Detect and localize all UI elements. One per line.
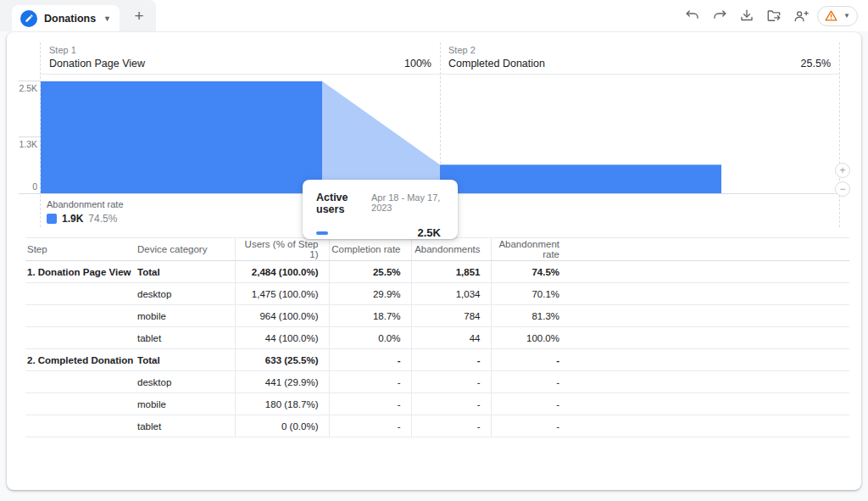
funnel-table: Step Device category Users (% of Step 1)…	[25, 237, 849, 437]
cell-abandonments: 44	[411, 327, 491, 349]
cell-filler	[570, 415, 849, 437]
share-users-button[interactable]	[790, 5, 812, 27]
export-button[interactable]	[763, 5, 785, 27]
col-header-abandonment-rate: Abandonment rate	[491, 238, 570, 261]
cell-abandonments: 1,851	[411, 261, 491, 283]
cell-filler	[570, 283, 849, 305]
table-row: 1. Donation Page View Total 2,484 (100.0…	[25, 261, 849, 283]
cell-filler	[570, 393, 849, 415]
col-header-users: Users (% of Step 1)	[235, 238, 329, 261]
cell-step: 1. Donation Page View	[25, 261, 136, 283]
new-tab-button[interactable]: +	[123, 0, 155, 31]
redo-icon	[712, 8, 727, 24]
cell-step	[25, 327, 136, 349]
y-tick-1250: 1.3K	[7, 139, 37, 149]
zoom-in-button[interactable]: +	[835, 163, 850, 178]
step-1-rate: 100%	[404, 58, 431, 70]
funnel-divider-right	[839, 42, 840, 227]
cell-abandonments: -	[411, 393, 491, 415]
legend-title: Abandonment rate	[47, 199, 124, 209]
cell-abandonment-rate: 70.1%	[491, 283, 570, 305]
col-header-step: Step	[25, 238, 136, 261]
cell-completion: 25.5%	[329, 261, 411, 283]
zoom-out-button[interactable]: −	[835, 181, 850, 197]
cell-device: mobile	[136, 393, 235, 415]
cell-completion: 18.7%	[329, 305, 411, 327]
chart-tooltip: Active users Apr 18 - May 17, 2023 2.5K	[303, 180, 458, 239]
cell-abandonment-rate: -	[491, 393, 570, 415]
funnel-chart[interactable]	[41, 81, 839, 193]
cell-device: tablet	[136, 415, 235, 437]
cell-completion: 29.9%	[329, 283, 411, 305]
cell-device: mobile	[136, 305, 235, 327]
table-row: mobile 964 (100.0%) 18.7% 784 81.3%	[25, 305, 849, 327]
legend-swatch	[47, 214, 57, 224]
table-header-row: Step Device category Users (% of Step 1)…	[25, 238, 849, 261]
cell-abandonment-rate: -	[491, 349, 570, 371]
error-status-button[interactable]: ▼	[817, 6, 858, 26]
step-1-header: Step 1 Donation Page View 100%	[41, 42, 440, 74]
cell-device: tablet	[136, 327, 235, 349]
col-header-completion: Completion rate	[329, 238, 411, 261]
table-row: desktop 441 (29.9%) - - -	[25, 371, 849, 393]
tooltip-metric: Active users	[316, 192, 364, 215]
col-header-filler	[570, 238, 849, 261]
cell-users: 2,484 (100.0%)	[235, 261, 329, 283]
exploration-canvas: Step 1 Donation Page View 100% Step 2 Co…	[7, 32, 861, 490]
undo-icon	[685, 8, 700, 24]
warning-icon	[824, 8, 838, 23]
cell-device: Total	[136, 349, 235, 371]
step-2-name: Completed Donation	[448, 58, 545, 70]
cell-completion: -	[329, 371, 411, 393]
col-header-abandonments: Abandonments	[411, 238, 491, 261]
step-2-rate: 25.5%	[801, 58, 831, 70]
step-1-name: Donation Page View	[49, 58, 145, 70]
cell-device: desktop	[136, 283, 235, 305]
download-icon	[739, 8, 754, 24]
legend-value: 1.9K	[62, 213, 83, 225]
toolbar-actions: ▼	[682, 0, 858, 31]
funnel-bar-step-2[interactable]	[440, 164, 721, 193]
cell-users: 0 (0.0%)	[235, 415, 329, 437]
cell-completion: -	[329, 349, 411, 371]
cell-abandonments: -	[411, 349, 491, 371]
table-row: 2. Completed Donation Total 633 (25.5%) …	[25, 349, 849, 371]
tooltip-value: 2.5K	[418, 226, 441, 239]
redo-button[interactable]	[709, 5, 731, 27]
cell-users: 633 (25.5%)	[235, 349, 329, 371]
top-tab-bar: Donations ▼ +	[0, 0, 868, 31]
funnel-bar-step-1[interactable]	[41, 81, 322, 193]
col-header-device: Device category	[136, 238, 235, 261]
cell-abandonments: -	[411, 415, 491, 437]
cell-step: 2. Completed Donation	[25, 349, 136, 371]
cell-abandonments: 1,034	[411, 283, 491, 305]
share-users-icon	[793, 8, 809, 24]
cell-device: desktop	[136, 371, 235, 393]
edit-pencil-icon	[20, 10, 37, 27]
tab-donations[interactable]: Donations ▼	[12, 5, 120, 31]
undo-button[interactable]	[682, 5, 704, 27]
cell-filler	[570, 305, 849, 327]
step-2-label: Step 2	[448, 45, 831, 55]
export-icon	[766, 8, 782, 24]
tooltip-series-swatch	[316, 231, 328, 235]
cell-completion: 0.0%	[329, 327, 411, 349]
cell-filler	[570, 327, 849, 349]
funnel-transition[interactable]	[322, 81, 440, 193]
status-chevron-down-icon: ▼	[843, 12, 850, 19]
cell-step	[25, 305, 136, 327]
cell-step	[25, 415, 136, 437]
abandonment-legend: Abandonment rate 1.9K 74.5%	[47, 199, 124, 225]
download-button[interactable]	[736, 5, 758, 27]
cell-users: 441 (29.9%)	[235, 371, 329, 393]
cell-step	[25, 283, 136, 305]
legend-rate: 74.5%	[88, 213, 117, 225]
cell-users: 180 (18.7%)	[235, 393, 329, 415]
tab-chevron-down-icon[interactable]: ▼	[103, 14, 111, 23]
y-tick-0: 0	[7, 181, 37, 192]
cell-step	[25, 393, 136, 415]
y-tick-line-1250	[19, 136, 41, 137]
cell-users: 1,475 (100.0%)	[235, 283, 329, 305]
cell-device: Total	[136, 261, 235, 283]
cell-abandonment-rate: 100.0%	[491, 327, 570, 349]
